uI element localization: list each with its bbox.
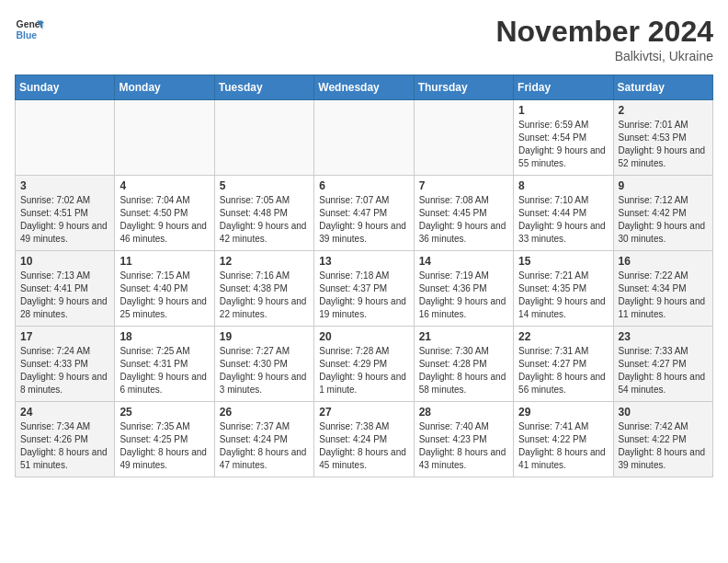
calendar-cell: 13Sunrise: 7:18 AM Sunset: 4:37 PM Dayli… [314,251,414,327]
calendar-cell: 28Sunrise: 7:40 AM Sunset: 4:23 PM Dayli… [414,402,513,477]
calendar-cell: 5Sunrise: 7:05 AM Sunset: 4:48 PM Daylig… [214,176,313,251]
calendar-cell: 7Sunrise: 7:08 AM Sunset: 4:45 PM Daylig… [414,176,513,251]
day-info: Sunrise: 7:38 AM Sunset: 4:24 PM Dayligh… [319,420,408,472]
day-number: 21 [419,330,508,343]
day-number: 4 [119,179,209,192]
day-info: Sunrise: 7:01 AM Sunset: 4:53 PM Dayligh… [619,119,708,170]
weekday-header-cell: Saturday [613,75,712,100]
day-info: Sunrise: 7:40 AM Sunset: 4:23 PM Dayligh… [419,420,508,472]
day-info: Sunrise: 7:22 AM Sunset: 4:34 PM Dayligh… [619,270,708,321]
day-number: 16 [619,255,708,268]
calendar-cell: 27Sunrise: 7:38 AM Sunset: 4:24 PM Dayli… [314,402,414,477]
page-header: General Blue November 2024 Balkivtsi, Uk… [15,15,713,63]
day-number: 22 [518,330,608,343]
calendar-cell: 3Sunrise: 7:02 AM Sunset: 4:51 PM Daylig… [16,176,115,251]
day-info: Sunrise: 7:27 AM Sunset: 4:30 PM Dayligh… [220,345,309,396]
title-block: November 2024 Balkivtsi, Ukraine [495,15,713,63]
calendar-row: 17Sunrise: 7:24 AM Sunset: 4:33 PM Dayli… [16,327,713,402]
calendar-row: 1Sunrise: 6:59 AM Sunset: 4:54 PM Daylig… [16,100,713,176]
weekday-header-cell: Thursday [414,75,513,100]
day-info: Sunrise: 7:15 AM Sunset: 4:40 PM Dayligh… [119,270,209,321]
day-number: 3 [20,179,109,192]
day-info: Sunrise: 7:13 AM Sunset: 4:41 PM Dayligh… [20,270,109,321]
calendar-row: 24Sunrise: 7:34 AM Sunset: 4:26 PM Dayli… [16,402,713,477]
day-info: Sunrise: 7:28 AM Sunset: 4:29 PM Dayligh… [319,345,408,396]
logo: General Blue [15,15,44,44]
day-number: 6 [319,179,408,192]
calendar-cell: 12Sunrise: 7:16 AM Sunset: 4:38 PM Dayli… [214,251,313,327]
day-number: 26 [220,406,309,419]
calendar-cell: 24Sunrise: 7:34 AM Sunset: 4:26 PM Dayli… [16,402,115,477]
day-info: Sunrise: 7:42 AM Sunset: 4:22 PM Dayligh… [619,420,708,472]
day-number: 5 [220,179,309,192]
weekday-header-cell: Friday [514,75,613,100]
calendar-cell: 20Sunrise: 7:28 AM Sunset: 4:29 PM Dayli… [314,327,414,402]
day-info: Sunrise: 7:19 AM Sunset: 4:36 PM Dayligh… [419,270,508,321]
day-info: Sunrise: 7:08 AM Sunset: 4:45 PM Dayligh… [419,194,508,246]
calendar-cell: 1Sunrise: 6:59 AM Sunset: 4:54 PM Daylig… [514,100,613,176]
day-number: 14 [419,255,508,268]
weekday-header-cell: Wednesday [314,75,414,100]
day-number: 10 [20,255,109,268]
calendar-cell: 22Sunrise: 7:31 AM Sunset: 4:27 PM Dayli… [514,327,613,402]
calendar-cell: 15Sunrise: 7:21 AM Sunset: 4:35 PM Dayli… [514,251,613,327]
logo-icon: General Blue [15,15,44,44]
calendar-cell: 8Sunrise: 7:10 AM Sunset: 4:44 PM Daylig… [514,176,613,251]
day-number: 8 [518,179,608,192]
calendar-cell: 21Sunrise: 7:30 AM Sunset: 4:28 PM Dayli… [414,327,513,402]
day-number: 25 [119,406,209,419]
calendar-cell: 16Sunrise: 7:22 AM Sunset: 4:34 PM Dayli… [613,251,712,327]
calendar-cell: 17Sunrise: 7:24 AM Sunset: 4:33 PM Dayli… [16,327,115,402]
day-number: 13 [319,255,408,268]
calendar-row: 10Sunrise: 7:13 AM Sunset: 4:41 PM Dayli… [16,251,713,327]
day-number: 2 [619,104,708,117]
day-info: Sunrise: 7:18 AM Sunset: 4:37 PM Dayligh… [319,270,408,321]
day-number: 24 [20,406,109,419]
month-title: November 2024 [495,15,713,49]
day-info: Sunrise: 7:04 AM Sunset: 4:50 PM Dayligh… [119,194,209,246]
calendar-cell: 19Sunrise: 7:27 AM Sunset: 4:30 PM Dayli… [214,327,313,402]
day-info: Sunrise: 7:24 AM Sunset: 4:33 PM Dayligh… [20,345,109,396]
location-subtitle: Balkivtsi, Ukraine [495,49,713,63]
calendar-cell [115,100,214,176]
calendar-cell: 25Sunrise: 7:35 AM Sunset: 4:25 PM Dayli… [115,402,214,477]
day-number: 11 [119,255,209,268]
day-info: Sunrise: 7:25 AM Sunset: 4:31 PM Dayligh… [119,345,209,396]
day-number: 12 [220,255,309,268]
day-number: 17 [20,330,109,343]
day-number: 7 [419,179,508,192]
calendar-cell: 26Sunrise: 7:37 AM Sunset: 4:24 PM Dayli… [214,402,313,477]
day-info: Sunrise: 7:34 AM Sunset: 4:26 PM Dayligh… [20,420,109,472]
day-info: Sunrise: 7:37 AM Sunset: 4:24 PM Dayligh… [220,420,309,472]
day-number: 28 [419,406,508,419]
day-info: Sunrise: 7:35 AM Sunset: 4:25 PM Dayligh… [119,420,209,472]
calendar-cell: 29Sunrise: 7:41 AM Sunset: 4:22 PM Dayli… [514,402,613,477]
day-number: 18 [119,330,209,343]
day-info: Sunrise: 7:10 AM Sunset: 4:44 PM Dayligh… [518,194,608,246]
calendar-cell: 6Sunrise: 7:07 AM Sunset: 4:47 PM Daylig… [314,176,414,251]
day-info: Sunrise: 7:12 AM Sunset: 4:42 PM Dayligh… [619,194,708,246]
calendar-cell [414,100,513,176]
calendar-cell: 14Sunrise: 7:19 AM Sunset: 4:36 PM Dayli… [414,251,513,327]
weekday-header-cell: Tuesday [214,75,313,100]
day-number: 20 [319,330,408,343]
day-number: 9 [619,179,708,192]
day-info: Sunrise: 7:02 AM Sunset: 4:51 PM Dayligh… [20,194,109,246]
day-info: Sunrise: 7:05 AM Sunset: 4:48 PM Dayligh… [220,194,309,246]
calendar-cell [16,100,115,176]
calendar-cell: 9Sunrise: 7:12 AM Sunset: 4:42 PM Daylig… [613,176,712,251]
day-number: 1 [518,104,608,117]
day-info: Sunrise: 7:16 AM Sunset: 4:38 PM Dayligh… [220,270,309,321]
calendar-body: 1Sunrise: 6:59 AM Sunset: 4:54 PM Daylig… [16,100,713,477]
weekday-header-cell: Sunday [16,75,115,100]
day-number: 27 [319,406,408,419]
day-number: 23 [619,330,708,343]
calendar-cell: 30Sunrise: 7:42 AM Sunset: 4:22 PM Dayli… [613,402,712,477]
day-number: 29 [518,406,608,419]
calendar-cell [314,100,414,176]
calendar-cell [214,100,313,176]
day-info: Sunrise: 7:21 AM Sunset: 4:35 PM Dayligh… [518,270,608,321]
day-info: Sunrise: 7:30 AM Sunset: 4:28 PM Dayligh… [419,345,508,396]
calendar-cell: 23Sunrise: 7:33 AM Sunset: 4:27 PM Dayli… [613,327,712,402]
calendar-table: SundayMondayTuesdayWednesdayThursdayFrid… [15,75,713,477]
